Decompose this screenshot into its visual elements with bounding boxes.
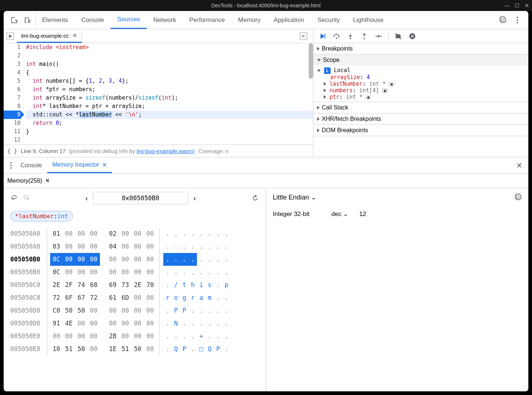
scope-section[interactable]: Scope <box>313 55 528 66</box>
hex-byte[interactable]: 50 <box>131 343 144 355</box>
hex-byte[interactable]: 01 <box>50 227 63 240</box>
ascii-char[interactable]: . <box>205 330 214 343</box>
ascii-char[interactable]: . <box>214 304 222 317</box>
ascii-char[interactable]: . <box>222 227 231 240</box>
ascii-char[interactable]: . <box>214 317 222 330</box>
ascii-char[interactable]: . <box>197 253 205 266</box>
hex-byte[interactable]: 00 <box>131 253 144 266</box>
hex-byte[interactable]: 00 <box>131 317 144 330</box>
step-over-icon[interactable] <box>332 32 341 40</box>
ascii-char[interactable]: . <box>163 279 172 291</box>
hex-byte[interactable]: 00 <box>144 317 156 330</box>
ascii-char[interactable]: . <box>163 317 172 330</box>
tab-sources[interactable]: Sources <box>111 11 146 29</box>
hex-byte[interactable]: 2B <box>107 330 119 343</box>
tab-elements[interactable]: Elements <box>36 11 75 29</box>
callstack-section[interactable]: Call Stack <box>313 102 528 113</box>
ascii-char[interactable]: . <box>163 266 172 279</box>
ascii-char[interactable]: . <box>197 304 205 317</box>
ascii-char[interactable]: P <box>214 343 222 355</box>
refresh-icon[interactable] <box>251 194 259 202</box>
ascii-char[interactable]: . <box>197 317 205 330</box>
pause-on-exceptions-icon[interactable] <box>408 32 416 40</box>
hex-byte[interactable]: 00 <box>144 227 156 240</box>
hex-grid[interactable]: 005050A00100000002000000........005050A8… <box>10 227 259 355</box>
hex-byte[interactable]: 00 <box>131 330 144 343</box>
ascii-char[interactable]: . <box>172 330 180 343</box>
ascii-char[interactable]: . <box>197 227 205 240</box>
hex-byte[interactable]: 00 <box>119 266 131 279</box>
hex-byte[interactable]: 00 <box>75 240 88 253</box>
tab-security[interactable]: Security <box>311 11 346 29</box>
ascii-char[interactable]: □ <box>197 343 205 355</box>
ascii-char[interactable]: . <box>197 240 205 253</box>
close-memory-tab-icon[interactable]: ✕ <box>45 177 50 184</box>
hex-byte[interactable]: 00 <box>88 227 100 240</box>
ascii-char[interactable]: . <box>214 253 222 266</box>
ascii-char[interactable]: . <box>222 240 231 253</box>
ascii-char[interactable]: s <box>205 279 214 291</box>
hex-byte[interactable]: 00 <box>75 253 88 266</box>
prev-page-icon[interactable]: ‹ <box>85 194 88 202</box>
code-editor[interactable]: 1234 5678 9101112 #include <iostream> in… <box>4 43 313 145</box>
ascii-char[interactable]: . <box>205 227 214 240</box>
ascii-char[interactable]: . <box>180 266 189 279</box>
ascii-char[interactable]: P <box>180 304 189 317</box>
hex-byte[interactable]: 50 <box>63 304 75 317</box>
ascii-char[interactable]: . <box>163 240 172 253</box>
hex-byte[interactable]: 00 <box>119 317 131 330</box>
ascii-char[interactable]: . <box>189 330 197 343</box>
hex-byte[interactable]: 00 <box>107 253 119 266</box>
ascii-char[interactable]: . <box>222 343 231 355</box>
deactivate-breakpoints-icon[interactable] <box>394 32 402 40</box>
highlight-pill[interactable]: *lastNumber: int <box>10 211 73 221</box>
ascii-char[interactable]: + <box>197 330 205 343</box>
ascii-char[interactable]: . <box>172 240 180 253</box>
xhr-breakpoints-section[interactable]: XHR/fetch Breakpoints <box>313 113 528 124</box>
hex-byte[interactable]: 00 <box>88 304 100 317</box>
ascii-char[interactable]: o <box>172 291 180 304</box>
ascii-char[interactable]: r <box>163 291 172 304</box>
step-icon[interactable] <box>374 32 382 40</box>
hex-byte[interactable]: 00 <box>131 304 144 317</box>
hex-byte[interactable]: 00 <box>88 330 100 343</box>
maximize-icon[interactable]: ☐ <box>515 3 520 8</box>
hex-byte[interactable]: 74 <box>75 279 88 291</box>
hex-byte[interactable]: 00 <box>119 304 131 317</box>
hex-byte[interactable]: 03 <box>50 240 63 253</box>
close-icon[interactable]: ✕ <box>102 161 107 168</box>
ascii-char[interactable]: g <box>180 291 189 304</box>
hex-byte[interactable]: 10 <box>50 343 63 355</box>
hex-byte[interactable]: 00 <box>88 343 100 355</box>
tab-console[interactable]: Console <box>75 11 111 29</box>
hex-byte[interactable]: 6F <box>63 291 75 304</box>
drawer-tab-memory-inspector[interactable]: Memory Inspector✕ <box>47 157 112 173</box>
ascii-char[interactable]: . <box>222 291 231 304</box>
tab-network[interactable]: Network <box>147 11 183 29</box>
hex-byte[interactable]: 00 <box>88 317 100 330</box>
ascii-char[interactable]: . <box>189 253 197 266</box>
hex-byte[interactable]: 72 <box>50 291 63 304</box>
hex-byte[interactable]: 00 <box>119 240 131 253</box>
snippet-run-icon[interactable] <box>300 33 307 40</box>
ascii-char[interactable]: . <box>172 266 180 279</box>
hex-byte[interactable]: 00 <box>75 266 88 279</box>
ascii-char[interactable]: . <box>214 227 222 240</box>
ascii-char[interactable]: . <box>222 304 231 317</box>
hex-byte[interactable]: 00 <box>144 266 156 279</box>
ascii-char[interactable]: . <box>214 266 222 279</box>
hex-byte[interactable]: 00 <box>88 240 100 253</box>
hex-byte[interactable]: 51 <box>119 343 131 355</box>
hex-byte[interactable]: 00 <box>144 291 156 304</box>
ascii-char[interactable]: . <box>205 317 214 330</box>
dom-breakpoints-section[interactable]: DOM Breakpoints <box>313 125 528 136</box>
resume-icon[interactable] <box>319 32 327 40</box>
tab-performance[interactable]: Performance <box>183 11 231 29</box>
hex-byte[interactable]: 00 <box>88 266 100 279</box>
ascii-char[interactable]: . <box>214 279 222 291</box>
ascii-char[interactable]: . <box>180 317 189 330</box>
more-menu-icon[interactable] <box>513 17 522 23</box>
hex-byte[interactable]: 00 <box>119 330 131 343</box>
address-input[interactable] <box>93 192 188 204</box>
ascii-char[interactable]: . <box>172 253 180 266</box>
